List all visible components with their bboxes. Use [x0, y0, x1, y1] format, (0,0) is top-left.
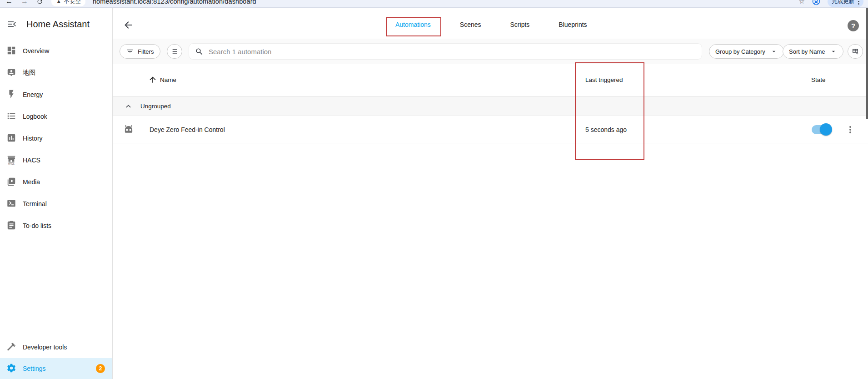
- help-glyph: ?: [851, 22, 855, 30]
- clipboard-icon: [6, 220, 16, 232]
- search-input[interactable]: [209, 48, 696, 56]
- sidebar-item-label: 地图: [23, 69, 35, 77]
- svg-text:HACS: HACS: [8, 162, 15, 164]
- console-icon: [6, 198, 16, 210]
- chevron-up-icon: [124, 101, 133, 111]
- sort-by-label: Sort by Name: [789, 48, 825, 55]
- search-icon: [195, 47, 204, 56]
- checklist-icon: [171, 48, 178, 55]
- column-header-state: State: [811, 76, 826, 83]
- group-row-ungrouped[interactable]: Ungrouped: [113, 96, 868, 116]
- warning-icon: ▲: [56, 0, 61, 5]
- table-gear-icon: [852, 48, 859, 55]
- dashboard-icon: [6, 45, 16, 57]
- sidebar-item-developer-tools[interactable]: Developer tools: [0, 336, 112, 358]
- automation-row[interactable]: Deye Zero Feed-in Control 5 seconds ago: [113, 116, 868, 143]
- sidebar-nav: Overview 地图 Energy Logbook History: [0, 40, 112, 237]
- sidebar-item-label: Developer tools: [23, 344, 67, 351]
- sidebar-item-label: Overview: [23, 47, 49, 55]
- sidebar-item-energy[interactable]: Energy: [0, 84, 112, 106]
- browser-profile-icon[interactable]: [812, 0, 820, 5]
- sidebar-item-label: Energy: [23, 91, 43, 98]
- browser-forward-icon[interactable]: →: [21, 0, 28, 5]
- chevron-down-icon: [770, 48, 778, 55]
- chart-box-icon: [6, 133, 16, 144]
- list-icon: [6, 111, 16, 122]
- toolbar: Filters Group by Category Sort by Name: [113, 39, 868, 64]
- search-bar: [189, 43, 702, 60]
- column-header-last-triggered[interactable]: Last triggered: [585, 76, 623, 83]
- tab-blueprints[interactable]: Blueprints: [544, 13, 601, 36]
- sidebar-item-label: To-do lists: [23, 222, 51, 229]
- browser-back-icon[interactable]: ←: [5, 0, 13, 5]
- automation-state-toggle[interactable]: [812, 125, 831, 134]
- play-box-icon: [6, 177, 16, 188]
- home-assistant-automations-screen: ← → ▲ 不安全 homeassistant.local:8123/confi…: [0, 0, 868, 379]
- sidebar-item-label: HACS: [23, 157, 40, 164]
- tab-label: Scripts: [510, 21, 530, 28]
- sidebar-item-terminal[interactable]: Terminal: [0, 193, 112, 215]
- settings-badge: 2: [96, 364, 105, 373]
- automation-name: Deye Zero Feed-in Control: [150, 126, 225, 133]
- sidebar-item-label: History: [23, 135, 43, 142]
- tab-scripts[interactable]: Scripts: [496, 13, 544, 36]
- update-label: 完成更新: [832, 0, 854, 5]
- help-icon[interactable]: ?: [848, 20, 859, 31]
- site-security-chip[interactable]: ▲ 不安全: [51, 0, 85, 6]
- sidebar-item-label: Media: [23, 178, 40, 186]
- sidebar-item-map[interactable]: 地图: [0, 62, 112, 84]
- tab-label: Automations: [395, 21, 431, 28]
- sidebar-bottom: Developer tools Settings 2: [0, 336, 112, 379]
- toggle-knob: [820, 123, 832, 136]
- sidebar-item-label: Logbook: [23, 113, 47, 120]
- group-by-button[interactable]: Group by Category: [709, 44, 784, 59]
- sidebar: Home Assistant Overview 地图 Energy Logbo: [0, 8, 113, 379]
- table-settings-button[interactable]: [848, 44, 863, 59]
- automation-last-triggered: 5 seconds ago: [585, 126, 627, 133]
- sidebar-item-history[interactable]: History: [0, 127, 112, 149]
- app-title: Home Assistant: [26, 19, 90, 30]
- sidebar-item-overview[interactable]: Overview: [0, 40, 112, 62]
- security-label: 不安全: [64, 0, 81, 5]
- browser-update-button[interactable]: 完成更新: [828, 0, 863, 7]
- sidebar-item-hacs[interactable]: HACS HACS: [0, 149, 112, 171]
- main-content: Automations Scenes Scripts Blueprints ? …: [113, 8, 868, 379]
- hammer-icon: [6, 342, 16, 353]
- sidebar-item-todo[interactable]: To-do lists: [0, 215, 112, 237]
- tab-automations[interactable]: Automations: [381, 13, 445, 36]
- filters-label: Filters: [138, 48, 154, 55]
- lightning-icon: [6, 89, 16, 101]
- table-header-row: Name Last triggered State: [113, 64, 868, 96]
- column-header-name[interactable]: Name: [160, 76, 176, 83]
- tab-label: Blueprints: [559, 21, 587, 28]
- group-by-label: Group by Category: [715, 48, 765, 55]
- row-overflow-menu-icon[interactable]: [845, 124, 856, 135]
- browser-toolbar: ← → ▲ 不安全 homeassistant.local:8123/confi…: [0, 0, 868, 8]
- filters-button[interactable]: Filters: [120, 44, 160, 59]
- storefront-icon: HACS: [6, 155, 16, 166]
- sidebar-item-settings[interactable]: Settings 2: [0, 358, 112, 379]
- browser-refresh-icon[interactable]: [36, 0, 43, 5]
- top-app-bar: Automations Scenes Scripts Blueprints ?: [113, 8, 868, 39]
- sidebar-item-media[interactable]: Media: [0, 171, 112, 193]
- browser-menu-icon[interactable]: [858, 0, 859, 5]
- sidebar-item-logbook[interactable]: Logbook: [0, 106, 112, 127]
- tab-scenes[interactable]: Scenes: [445, 13, 496, 36]
- filter-icon: [126, 48, 134, 55]
- map-person-icon: [6, 67, 16, 79]
- robot-icon: [123, 124, 135, 136]
- tab-label: Scenes: [460, 21, 481, 28]
- gear-icon: [6, 363, 16, 374]
- back-button[interactable]: [123, 20, 134, 30]
- address-bar-url[interactable]: homeassistant.local:8123/config/automati…: [93, 0, 256, 5]
- sidebar-item-label: Terminal: [23, 200, 47, 207]
- sidebar-item-label: Settings: [23, 365, 46, 372]
- bookmark-star-icon[interactable]: ☆: [799, 0, 805, 5]
- chevron-down-icon: [830, 48, 837, 55]
- sidebar-toggle-icon[interactable]: [6, 19, 17, 30]
- group-label: Ungrouped: [140, 103, 171, 110]
- sort-by-button[interactable]: Sort by Name: [783, 44, 843, 59]
- selection-mode-button[interactable]: [167, 44, 182, 59]
- sort-ascending-icon[interactable]: [148, 75, 157, 84]
- scrollbar-thumb[interactable]: [866, 8, 868, 119]
